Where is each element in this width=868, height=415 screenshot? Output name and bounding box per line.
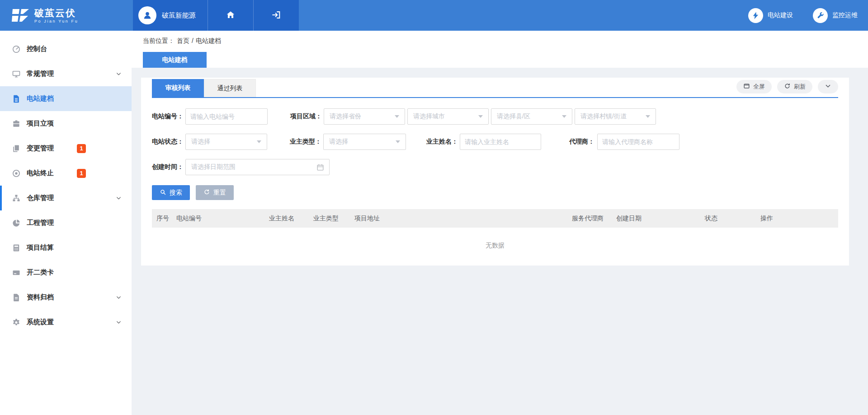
table-column-header: 电站编号 (172, 214, 264, 223)
table-column-header: 项目地址 (350, 214, 567, 223)
home-button[interactable] (208, 0, 253, 31)
collapse-button[interactable] (818, 80, 838, 93)
sidebar-item-project-initiation[interactable]: 项目立项 (0, 111, 132, 136)
caret-down-icon (646, 115, 650, 118)
owner-name-input[interactable] (460, 134, 541, 150)
table-column-header: 创建日期 (612, 214, 700, 223)
header-user-strip: 破茧新能源 (133, 0, 299, 31)
org-name: 破茧新能源 (162, 11, 196, 20)
monitor-icon (12, 70, 21, 79)
fullscreen-button[interactable]: 全屏 (736, 80, 772, 93)
exit-icon (271, 10, 281, 21)
breadcrumb: 当前位置： 首页 / 电站建档 (143, 37, 868, 46)
copy-icon (12, 144, 21, 153)
logo-icon (12, 7, 30, 23)
nav-label: 电站建设 (768, 11, 793, 19)
owner-type-select[interactable]: 请选择 (323, 134, 406, 150)
project-region-label: 项目区域： (290, 112, 321, 121)
table-header-row: 序号 电站编号 业主姓名 业主类型 项目地址 服务代理商 创建日期 状态 操作 (152, 209, 838, 228)
header-right-nav: 电站建设 监控运维 (748, 0, 868, 31)
table-column-header: 操作 (756, 214, 838, 223)
notification-badge: 1 (77, 144, 86, 153)
caret-down-icon (396, 140, 400, 143)
breadcrumb-current: 电站建档 (196, 37, 221, 46)
user-menu[interactable]: 破茧新能源 (133, 0, 208, 31)
filter-actions: 搜索 重置 (152, 185, 838, 200)
brand-subtitle: Po Jian Yun Fu (34, 19, 78, 23)
exit-button[interactable] (253, 0, 299, 31)
city-select[interactable]: 请选择城市 (407, 108, 489, 125)
breadcrumb-separator: / (192, 37, 193, 46)
chevron-down-icon (116, 319, 122, 325)
create-time-label: 创建时间： (152, 163, 183, 171)
table-column-header: 序号 (152, 214, 172, 223)
caret-down-icon (395, 115, 399, 118)
sidebar: 控制台 常规管理 (0, 31, 132, 415)
sidebar-item-station-archive[interactable]: 电站建档 (0, 86, 132, 111)
chart-pie-icon (12, 219, 21, 228)
sidebar-item-project-settlement[interactable]: 项目结算 (0, 235, 132, 260)
record-icon (12, 169, 21, 178)
station-code-input[interactable] (185, 108, 268, 125)
lightning-icon (748, 8, 763, 23)
sidebar-item-open-card[interactable]: 开二类卡 (0, 260, 132, 285)
sidebar-item-station-termination[interactable]: 电站终止 1 (0, 161, 132, 186)
fullscreen-icon (743, 83, 750, 91)
sidebar-item-data-archive[interactable]: 资料归档 (0, 285, 132, 310)
table-column-header: 服务代理商 (567, 214, 612, 223)
table-empty-state: 无数据 (152, 228, 838, 264)
breadcrumb-home-link[interactable]: 首页 (177, 37, 189, 46)
station-status-label: 电站状态： (152, 138, 183, 146)
brand-logo: 破茧云伏 Po Jian Yun Fu (0, 0, 133, 31)
home-icon (226, 10, 236, 21)
panel-toolbar: 全屏 刷新 (736, 79, 838, 97)
breadcrumb-prefix: 当前位置： (143, 37, 175, 46)
sidebar-item-console[interactable]: 控制台 (0, 37, 132, 61)
brand-title: 破茧云伏 (34, 8, 78, 18)
filter-form: 电站编号： 项目区域： 请选择省份 请选择城市 (152, 108, 838, 175)
notification-badge: 1 (77, 169, 86, 178)
gear-icon (12, 318, 21, 327)
owner-name-label: 业主姓名： (426, 138, 457, 146)
agent-label: 代理商： (564, 138, 594, 146)
sidebar-item-system-settings[interactable]: 系统设置 (0, 310, 132, 335)
chevron-down-icon (116, 294, 122, 300)
nav-station-build[interactable]: 电站建设 (748, 8, 793, 23)
main-area: 当前位置： 首页 / 电站建档 电站建档 审核列表 通过列表 (132, 31, 868, 415)
sidebar-item-change-mgmt[interactable]: 变更管理 1 (0, 136, 132, 161)
gauge-icon (12, 45, 21, 54)
chevron-down-icon (825, 83, 831, 91)
chevron-down-icon (116, 195, 122, 201)
user-avatar-icon (138, 6, 156, 24)
province-select[interactable]: 请选择省份 (324, 108, 405, 125)
table-column-header: 状态 (700, 214, 756, 223)
page-tab-station-archive[interactable]: 电站建档 (143, 52, 207, 68)
sidebar-item-general-mgmt[interactable]: 常规管理 (0, 61, 132, 86)
owner-type-label: 业主类型： (290, 138, 321, 146)
nav-monitor-ops[interactable]: 监控运维 (813, 8, 858, 23)
caret-down-icon (257, 140, 261, 143)
calendar-icon (316, 163, 325, 172)
sidebar-item-engineering-mgmt[interactable]: 工程管理 (0, 210, 132, 235)
content-area: 审核列表 通过列表 全屏 (132, 68, 868, 415)
briefcase-icon (12, 119, 21, 128)
reset-icon (203, 189, 210, 197)
tab-passed-list[interactable]: 通过列表 (204, 79, 256, 97)
wrench-icon (813, 8, 828, 23)
date-range-input[interactable]: 请选择日期范围 (185, 159, 330, 175)
caret-down-icon (562, 115, 566, 118)
sidebar-item-warehouse-mgmt[interactable]: 仓库管理 (0, 186, 132, 210)
town-select[interactable]: 请选择村镇/街道 (575, 108, 656, 125)
refresh-button[interactable]: 刷新 (777, 80, 812, 93)
chevron-down-icon (116, 71, 122, 77)
station-status-select[interactable]: 请选择 (185, 134, 267, 150)
search-button[interactable]: 搜索 (152, 185, 190, 200)
agent-input[interactable] (597, 134, 679, 150)
reset-button[interactable]: 重置 (196, 185, 234, 200)
app-window: 破茧云伏 Po Jian Yun Fu 破茧新能源 (0, 0, 868, 415)
table-column-header: 业主类型 (309, 214, 350, 223)
card-icon (12, 268, 21, 277)
archive-icon (12, 293, 21, 302)
tab-review-list[interactable]: 审核列表 (152, 79, 204, 97)
district-select[interactable]: 请选择县/区 (491, 108, 572, 125)
